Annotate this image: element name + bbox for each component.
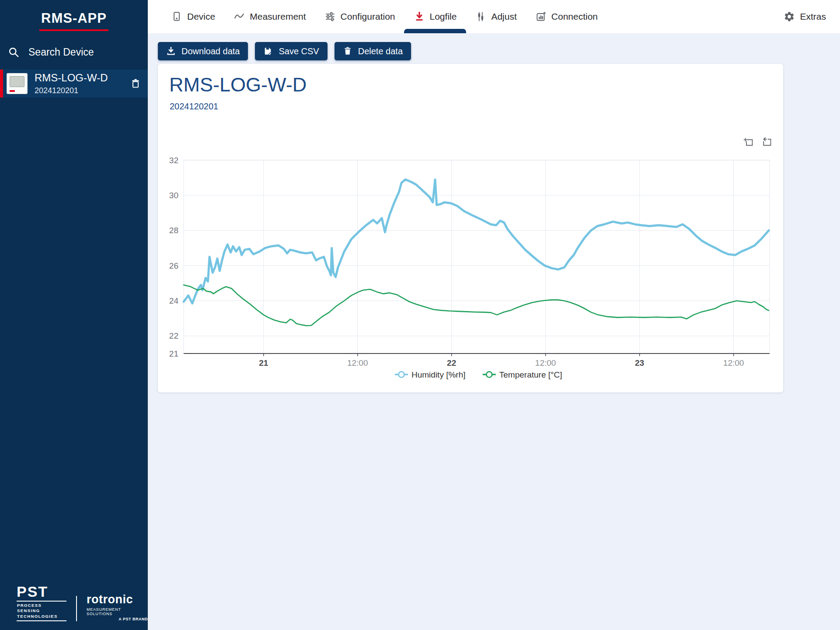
content-area: Download data Save CSV	[148, 33, 840, 392]
save-icon	[263, 46, 273, 56]
device-name: RMS-LOG-W-D	[35, 72, 108, 84]
save-csv-button[interactable]: Save CSV	[255, 42, 327, 60]
rotronic-logo: rotronic MEASUREMENT SOLUTIONS A PST BRA…	[87, 594, 148, 621]
connection-icon	[535, 11, 547, 22]
chart-subtitle: 2024120201	[170, 102, 218, 112]
logo-divider	[76, 596, 77, 621]
y-axis-label: 28	[169, 226, 178, 235]
x-axis-label: 22	[447, 358, 456, 368]
menu-extras[interactable]: Extras	[784, 11, 826, 22]
series-line-0	[184, 179, 769, 303]
x-axis-label: 12:00	[535, 358, 556, 368]
top-navbar: Device Measurement Configuration	[148, 0, 840, 33]
app-window: RMS-APP Search Device RMS-LOG-W-D 202412…	[0, 0, 840, 630]
app-title: RMS-APP	[0, 10, 148, 26]
configuration-icon	[324, 11, 336, 22]
download-data-button[interactable]: Download data	[158, 42, 248, 60]
adjust-icon	[475, 11, 486, 22]
chart-title: RMS-LOG-W-D	[169, 74, 307, 96]
x-axis-label: 12:00	[723, 358, 744, 368]
device-serial: 2024120201	[35, 86, 108, 95]
download-icon	[166, 46, 176, 56]
device-thumbnail-brand	[10, 90, 15, 92]
plot-border	[184, 160, 770, 354]
brand-logos: PST PROCESS SENSING TECHNOLOGIES rotroni…	[17, 584, 148, 621]
legend-item-1[interactable]: Temperature [°C]	[483, 370, 562, 379]
logfile-chart-card: RMS-LOG-W-D 2024120201 21222426283032211…	[158, 64, 783, 392]
tab-measurement[interactable]: Measurement	[224, 0, 315, 33]
gear-icon	[784, 11, 795, 22]
search-device[interactable]: Search Device	[0, 44, 148, 60]
x-axis-label: 23	[635, 358, 644, 368]
tab-configuration[interactable]: Configuration	[315, 0, 404, 33]
legend-label: Humidity [%rh]	[411, 370, 466, 379]
chart-toolbox	[742, 136, 773, 148]
logfile-toolbar: Download data Save CSV	[158, 42, 840, 60]
logfile-download-icon	[414, 11, 425, 22]
search-icon	[8, 46, 20, 58]
logfile-chart: 212224262830322112:002212:002312:00Humid…	[158, 151, 783, 390]
zoom-select-icon[interactable]	[742, 136, 754, 148]
device-icon	[171, 11, 182, 22]
main-area: Device Measurement Configuration	[148, 0, 840, 630]
device-thumbnail	[7, 73, 28, 94]
y-axis-label: 30	[169, 191, 178, 200]
device-list-item[interactable]: RMS-LOG-W-D 2024120201	[0, 70, 148, 98]
y-axis-label: 26	[169, 261, 178, 270]
device-thumbnail-screen	[10, 76, 24, 87]
delete-data-button[interactable]: Delete data	[335, 42, 411, 60]
series-line-1	[184, 285, 769, 326]
trash-icon	[343, 46, 352, 56]
pst-logo: PST PROCESS SENSING TECHNOLOGIES	[17, 584, 66, 621]
x-axis-label: 21	[259, 358, 268, 368]
tab-device[interactable]: Device	[162, 0, 224, 33]
y-axis-label: 22	[169, 331, 178, 340]
tab-adjust[interactable]: Adjust	[466, 0, 526, 33]
x-axis-label: 12:00	[347, 358, 368, 368]
zoom-reset-icon[interactable]	[761, 136, 773, 148]
sidebar: RMS-APP Search Device RMS-LOG-W-D 202412…	[0, 0, 148, 630]
search-device-label: Search Device	[28, 46, 94, 58]
delete-device-icon[interactable]	[130, 78, 141, 89]
y-axis-label: 24	[169, 296, 179, 305]
tab-logfile[interactable]: Logfile	[404, 0, 466, 33]
app-title-underline	[39, 29, 108, 31]
y-axis-label: 21	[169, 349, 178, 358]
legend-item-0[interactable]: Humidity [%rh]	[395, 370, 466, 379]
tab-connection[interactable]: Connection	[526, 0, 607, 33]
y-axis-label: 32	[169, 156, 178, 165]
legend-label: Temperature [°C]	[499, 370, 562, 379]
measurement-icon	[234, 11, 245, 22]
